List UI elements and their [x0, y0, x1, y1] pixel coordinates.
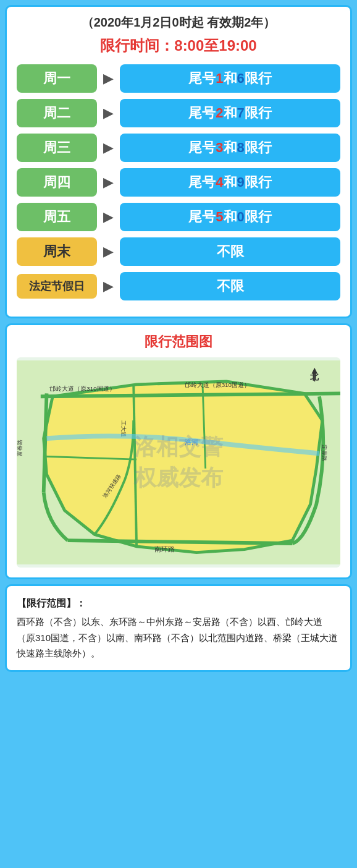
day-friday: 周五: [17, 203, 97, 231]
svg-marker-1: [44, 381, 322, 553]
arrow-holiday: ▶: [103, 278, 114, 294]
arrow-weekend: ▶: [103, 244, 114, 260]
map-title: 限行范围图: [17, 333, 340, 351]
num-4: 4: [216, 174, 223, 190]
map-container: 北 邙岭大道（原310国道） 邙岭大道（原310国道） 南环路 富春路 定鼎路 …: [17, 357, 340, 568]
time-range: 限行时间：8:00至19:00: [17, 36, 340, 56]
time-label: 限行时间：8:00至19:00: [100, 37, 256, 54]
restriction-holiday: 不限: [120, 272, 340, 300]
svg-text:邙岭大道（原310国道）: 邙岭大道（原310国道）: [185, 381, 250, 388]
map-section: 限行范围图 北: [5, 323, 352, 579]
restriction-wednesday: 尾号3和8限行: [120, 134, 340, 162]
schedule-row-monday: 周一 ▶ 尾号1和6限行: [17, 64, 340, 93]
title-text: （2020年1月2日0时起 有效期2年）: [82, 15, 276, 29]
top-section: （2020年1月2日0时起 有效期2年） 限行时间：8:00至19:00 周一 …: [5, 5, 352, 318]
schedule-table: 周一 ▶ 尾号1和6限行 周二 ▶ 尾号2和7限行 周三 ▶ 尾号3和8限行 周…: [17, 64, 340, 300]
bottom-section: 【限行范围】： 西环路（不含）以东、东环路～中州东路～安居路（不含）以西、邙岭大…: [5, 584, 352, 672]
schedule-row-weekend: 周末 ▶ 不限: [17, 237, 340, 266]
day-holiday: 法定节假日: [17, 274, 97, 299]
arrow-wednesday: ▶: [103, 140, 114, 156]
arrow-tuesday: ▶: [103, 105, 114, 121]
schedule-row-holiday: 法定节假日 ▶ 不限: [17, 272, 340, 300]
restriction-range-content: 西环路（不含）以东、东环路～中州东路～安居路（不含）以西、邙岭大道（原310国道…: [17, 614, 340, 662]
arrow-monday: ▶: [103, 70, 114, 87]
schedule-row-tuesday: 周二 ▶ 尾号2和7限行: [17, 99, 340, 127]
restriction-monday: 尾号1和6限行: [120, 64, 340, 93]
num-1: 1: [216, 70, 223, 86]
map-svg: 北 邙岭大道（原310国道） 邙岭大道（原310国道） 南环路 富春路 定鼎路 …: [17, 357, 340, 568]
day-monday: 周一: [17, 64, 97, 93]
svg-text:定鼎路: 定鼎路: [321, 445, 327, 461]
page-title: （2020年1月2日0时起 有效期2年）: [17, 14, 340, 31]
day-thursday: 周四: [17, 168, 97, 197]
restriction-tuesday: 尾号2和7限行: [120, 99, 340, 127]
restriction-range-title: 【限行范围】：: [17, 595, 340, 611]
num-8: 8: [237, 140, 245, 155]
num-0: 0: [237, 209, 245, 224]
num-5: 5: [216, 209, 223, 224]
day-wednesday: 周三: [17, 134, 97, 162]
arrow-friday: ▶: [103, 209, 114, 225]
arrow-thursday: ▶: [103, 174, 114, 190]
schedule-row-friday: 周五 ▶ 尾号5和0限行: [17, 203, 340, 231]
restriction-friday: 尾号5和0限行: [120, 203, 340, 231]
num-7: 7: [237, 105, 245, 121]
day-tuesday: 周二: [17, 99, 97, 127]
restriction-weekend: 不限: [120, 237, 340, 266]
schedule-row-wednesday: 周三 ▶ 尾号3和8限行: [17, 134, 340, 162]
day-weekend: 周末: [17, 237, 97, 266]
svg-text:南环路: 南环路: [154, 545, 175, 553]
restriction-thursday: 尾号4和9限行: [120, 168, 340, 197]
svg-text:邙岭大道（原310国道）: 邙岭大道（原310国道）: [49, 385, 115, 392]
svg-text:富春路: 富春路: [17, 440, 23, 456]
schedule-row-thursday: 周四 ▶ 尾号4和9限行: [17, 168, 340, 197]
num-9: 9: [237, 174, 245, 190]
num-2: 2: [216, 105, 223, 121]
num-6: 6: [237, 70, 245, 86]
num-3: 3: [216, 140, 223, 155]
